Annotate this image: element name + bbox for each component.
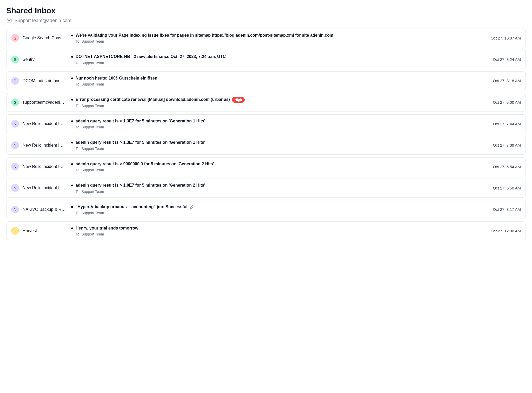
message-body: Henry, your trial ends tomorrowTo: Suppo…	[71, 225, 482, 236]
subject-line: Nur noch heute: 100€ Gutschein einlösen	[71, 75, 484, 81]
timestamp: Oct 27, 12:00 AM	[491, 229, 521, 233]
subject-line: adenin query result is > 1.3E7 for 5 min…	[71, 118, 484, 124]
to-value: Support Team	[82, 82, 104, 86]
message-row[interactable]: Ssupportteam@adeni…Error processing cert…	[6, 93, 526, 112]
sender-name: Google Search Cons…	[23, 36, 65, 40]
sender-name: supportteam@adeni…	[23, 100, 64, 105]
timestamp: Oct 27, 7:39 AM	[493, 143, 521, 147]
sender-column: NNew Relic Incident I…	[11, 184, 67, 192]
subject-line: adenin query result is > 1.0E7 for 5 min…	[71, 182, 484, 188]
inbox-address: SupportTeam@adenin.com	[6, 18, 526, 23]
to-prefix: To:	[76, 147, 82, 151]
sender-column: HHarvest	[11, 227, 67, 235]
message-row[interactable]: HHarvestHenry, your trial ends tomorrowT…	[6, 221, 526, 240]
subject-text: adenin query result is > 9000000.0 for 5…	[76, 161, 214, 167]
to-value: Support Team	[82, 189, 104, 194]
to-prefix: To:	[76, 61, 82, 65]
message-body: adenin query result is > 9000000.0 for 5…	[71, 161, 484, 172]
message-row[interactable]: SSentryDOTNET-ASPNETCORE-HB - 2 new aler…	[6, 50, 526, 69]
unread-dot-icon	[71, 35, 73, 36]
sender-column: NNAKIVO Backup & R…	[11, 206, 67, 213]
unread-dot-icon	[71, 142, 73, 143]
avatar: G	[11, 34, 19, 42]
avatar: H	[11, 227, 19, 235]
recipient-line: To: Support Team	[76, 61, 484, 65]
recipient-line: To: Support Team	[76, 82, 484, 86]
subject-text: "Hyper-V backup urbanus + accounting" jo…	[76, 204, 194, 210]
to-value: Support Team	[82, 39, 104, 43]
sender-name: Sentry	[23, 57, 35, 62]
subject-value: "Hyper-V backup urbanus + accounting" jo…	[76, 205, 188, 209]
sender-column: DDCOM Industrietone…	[11, 77, 67, 85]
timestamp: Oct 27, 8:24 AM	[493, 57, 521, 62]
unread-dot-icon	[71, 99, 73, 101]
to-prefix: To:	[76, 104, 82, 108]
mail-icon	[6, 18, 12, 23]
sender-name: New Relic Incident I…	[23, 164, 63, 169]
unread-dot-icon	[71, 163, 73, 165]
page-title: Shared Inbox	[6, 6, 526, 15]
unread-dot-icon	[71, 185, 73, 186]
to-value: Support Team	[82, 125, 104, 129]
recipient-line: To: Support Team	[76, 168, 484, 172]
sender-column: GGoogle Search Cons…	[11, 34, 67, 42]
timestamp: Oct 27, 8:18 AM	[493, 78, 521, 83]
to-value: Support Team	[82, 232, 104, 236]
avatar: N	[11, 141, 19, 149]
subject-text: We're validating your Page indexing issu…	[76, 32, 333, 38]
to-value: Support Team	[82, 61, 104, 65]
subject-value: DOTNET-ASPNETCORE-HB - 2 new alerts sinc…	[76, 54, 226, 59]
recipient-line: To: Support Team	[76, 232, 482, 236]
to-value: Support Team	[82, 168, 104, 172]
recipient-line: To: Support Team	[76, 125, 484, 129]
sender-name: New Relic Incident I…	[23, 121, 63, 126]
subject-value: We're validating your Page indexing issu…	[76, 33, 333, 37]
recipient-line: To: Support Team	[76, 104, 484, 108]
avatar: N	[11, 163, 19, 171]
subject-text: Henry, your trial ends tomorrow	[76, 225, 138, 231]
unread-dot-icon	[71, 56, 73, 58]
to-prefix: To:	[76, 82, 82, 86]
message-row[interactable]: NNew Relic Incident I…adenin query resul…	[6, 179, 526, 197]
priority-badge: High	[232, 97, 245, 103]
message-row[interactable]: NNew Relic Incident I…adenin query resul…	[6, 157, 526, 176]
sender-name: New Relic Incident I…	[23, 186, 63, 190]
to-value: Support Team	[82, 211, 104, 215]
subject-value: Nur noch heute: 100€ Gutschein einlösen	[76, 76, 157, 80]
subject-value: Henry, your trial ends tomorrow	[76, 226, 138, 230]
avatar: N	[11, 120, 19, 128]
subject-value: adenin query result is > 9000000.0 for 5…	[76, 162, 214, 166]
avatar: S	[11, 99, 19, 106]
subject-value: adenin query result is > 1.0E7 for 5 min…	[76, 183, 205, 187]
to-prefix: To:	[76, 232, 82, 236]
unread-dot-icon	[71, 77, 73, 79]
message-body: adenin query result is > 1.3E7 for 5 min…	[71, 140, 484, 150]
sender-column: NNew Relic Incident I…	[11, 120, 67, 128]
message-row[interactable]: NNew Relic Incident I…adenin query resul…	[6, 114, 526, 133]
recipient-line: To: Support Team	[76, 39, 482, 43]
sender-column: Ssupportteam@adeni…	[11, 99, 67, 106]
recipient-line: To: Support Team	[76, 189, 484, 194]
sender-column: NNew Relic Incident I…	[11, 141, 67, 149]
subject-line: adenin query result is > 9000000.0 for 5…	[71, 161, 484, 167]
message-list: GGoogle Search Cons…We're validating you…	[6, 29, 526, 240]
sender-name: NAKIVO Backup & R…	[23, 207, 65, 212]
avatar: N	[11, 184, 19, 192]
subject-text: adenin query result is > 1.3E7 for 5 min…	[76, 118, 205, 124]
avatar: D	[11, 77, 19, 85]
message-body: adenin query result is > 1.0E7 for 5 min…	[71, 182, 484, 193]
subject-value: adenin query result is > 1.3E7 for 5 min…	[76, 140, 205, 145]
to-prefix: To:	[76, 168, 82, 172]
sender-name: New Relic Incident I…	[23, 143, 63, 148]
subject-value: adenin query result is > 1.3E7 for 5 min…	[76, 119, 205, 123]
sender-name: DCOM Industrietone…	[23, 78, 65, 83]
unread-dot-icon	[71, 206, 73, 208]
attachment-icon	[189, 205, 194, 209]
message-row[interactable]: NNew Relic Incident I…adenin query resul…	[6, 136, 526, 154]
to-value: Support Team	[82, 147, 104, 151]
message-row[interactable]: GGoogle Search Cons…We're validating you…	[6, 29, 526, 47]
unread-dot-icon	[71, 120, 73, 122]
message-row[interactable]: DDCOM Industrietone…Nur noch heute: 100€…	[6, 71, 526, 90]
timestamp: Oct 27, 7:44 AM	[493, 122, 521, 126]
message-row[interactable]: NNAKIVO Backup & R…"Hyper-V backup urban…	[6, 200, 526, 219]
